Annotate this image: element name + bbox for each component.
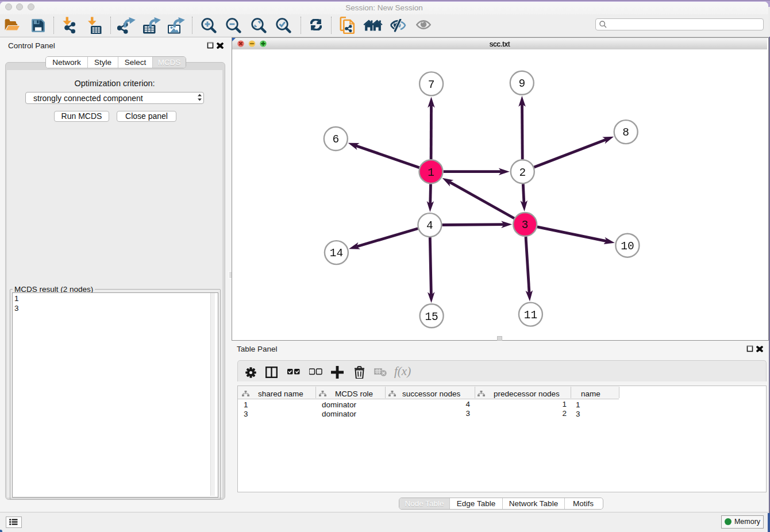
svg-text:3: 3 xyxy=(522,219,529,232)
svg-text:8: 8 xyxy=(622,126,629,139)
svg-text:2: 2 xyxy=(519,167,526,179)
svg-text:11: 11 xyxy=(524,309,537,322)
svg-text:4: 4 xyxy=(426,219,433,232)
svg-text:14: 14 xyxy=(330,247,343,260)
svg-text:9: 9 xyxy=(518,78,525,90)
svg-text:1: 1 xyxy=(428,167,434,179)
svg-text:10: 10 xyxy=(621,240,634,253)
svg-text:7: 7 xyxy=(428,79,435,91)
svg-text:15: 15 xyxy=(425,311,438,323)
svg-text:6: 6 xyxy=(332,133,339,146)
